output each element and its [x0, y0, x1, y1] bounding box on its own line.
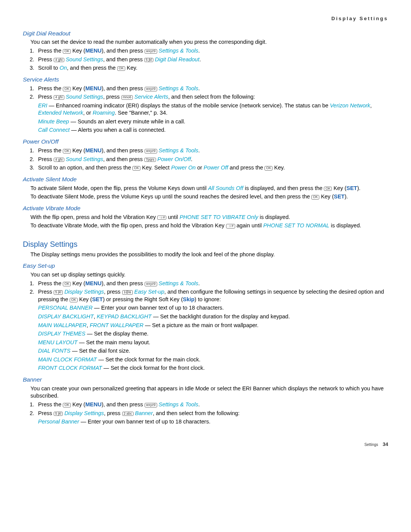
heading-activate-silent-mode: Activate Silent Mode [23, 176, 388, 184]
body-text: DISPLAY BACKLIGHT, KEYPAD BACKLIGHT — Se… [38, 313, 388, 321]
body-text: With the flip open, press and hold the V… [30, 214, 388, 221]
list-item: 1. Press the OK Key (MENU), and then pre… [38, 280, 388, 288]
key-9-icon: wxyz9 [145, 282, 157, 286]
list-item: 2. Press 4 ghi Sound Settings, and then … [38, 56, 388, 64]
ok-key-icon: OK [264, 166, 272, 171]
key-9-icon: wxyz9 [145, 49, 157, 54]
page-header: Display Settings [23, 15, 388, 22]
list-item: 1. Press the OK Key (MENU), and then pre… [38, 85, 388, 93]
key-1-icon: 1@& [122, 290, 133, 295]
key-2-icon: 2 abc [122, 412, 134, 416]
body-text: Personal Banner — Enter your own banner … [38, 418, 388, 426]
ok-key-icon: OK [63, 49, 71, 54]
key-5-icon: 5 jkl [54, 290, 63, 295]
list-item: 1. Press the OK Key (MENU), and then pre… [38, 47, 388, 55]
key-6-icon: mno6 [121, 95, 133, 100]
key-4-icon: 4 ghi [54, 58, 64, 62]
body-text: You can create your own personalized gre… [30, 385, 388, 400]
ok-key-icon: OK [324, 187, 332, 191]
list-item: 1. Press the OK Key (MENU), and then pre… [38, 401, 388, 409]
heading-power-on-off: Power On/Off [23, 138, 388, 146]
body-text: To activate Silent Mode, open the flip, … [30, 185, 388, 192]
body-text: The Display settings menu provides the p… [30, 251, 388, 259]
key-5-icon: 5 jkl [144, 58, 153, 62]
body-text: FRONT CLOCK FORMAT — Set the clock forma… [38, 364, 388, 372]
body-text: MAIN CLOCK FORMAT — Set the clock format… [38, 356, 388, 364]
key-9-icon: wxyz9 [145, 403, 157, 407]
key-4-icon: 4 ghi [54, 158, 64, 162]
ok-key-icon: OK [132, 166, 140, 171]
body-text: To deactivate Vibrate Mode, with the fli… [30, 222, 388, 230]
page-footer: Settings34 [23, 441, 388, 448]
body-text: DISPLAY THEMES — Set the display theme. [38, 330, 388, 338]
body-text: DIAL FONTS — Set the dial font size. [38, 347, 388, 355]
key-7-icon: 7pqrs [144, 158, 156, 162]
key-5-icon: 5 jkl [54, 412, 63, 416]
body-text: You can set up display settings quickly. [30, 271, 388, 279]
key-9-icon: wxyz9 [145, 149, 157, 153]
ok-key-icon: OK [70, 298, 78, 302]
list-item: 2. Press 5 jkl Display Settings, press 1… [38, 288, 388, 303]
body-text: To deactivate Silent Mode, press the Vol… [30, 193, 388, 201]
list-item: 3. Scroll to an option, and then press t… [38, 164, 388, 172]
heading-display-settings: Display Settings [23, 239, 388, 249]
body-text: PERSONAL BANNER — Enter your own banner … [38, 304, 388, 312]
heading-banner: Banner [23, 376, 388, 384]
list-item: 1. Press the OK Key (MENU), and then pre… [38, 147, 388, 155]
list-item: 2. Press 4 ghi Sound Settings, press mno… [38, 93, 388, 101]
vibration-key-icon: ·☼# [157, 216, 166, 220]
ok-key-icon: OK [311, 195, 319, 200]
ok-key-icon: OK [63, 149, 71, 153]
heading-easy-setup: Easy Set-up [23, 262, 388, 270]
heading-digit-dial-readout: Digit Dial Readout [23, 30, 388, 38]
vibration-key-icon: ·☼# [226, 224, 235, 228]
list-item: 2. Press 5 jkl Display Settings, press 2… [38, 410, 388, 417]
body-text: Call Connect — Alerts you when a call is… [38, 126, 388, 134]
heading-service-alerts: Service Alerts [23, 76, 388, 84]
key-9-icon: wxyz9 [145, 87, 157, 91]
list-item: 2. Press 4 ghi Sound Settings, and then … [38, 156, 388, 163]
body-text: You can set the device to read the numbe… [30, 38, 388, 46]
ok-key-icon: OK [63, 282, 71, 286]
body-text: MENU LAYOUT — Set the main menu layout. [38, 339, 388, 347]
ok-key-icon: OK [117, 66, 125, 71]
ok-key-icon: OK [63, 403, 71, 407]
body-text: MAIN WALLPAPER, FRONT WALLPAPER — Set a … [38, 322, 388, 329]
body-text: Minute Beep — Sounds an alert every minu… [38, 118, 388, 126]
body-text: ERI — Enhanced roaming indicator (ERI) d… [38, 102, 388, 117]
list-item: 3. Scroll to On, and then press the OK K… [38, 64, 388, 72]
key-4-icon: 4 ghi [54, 95, 64, 100]
ok-key-icon: OK [63, 87, 71, 91]
heading-activate-vibrate-mode: Activate Vibrate Mode [23, 204, 388, 212]
